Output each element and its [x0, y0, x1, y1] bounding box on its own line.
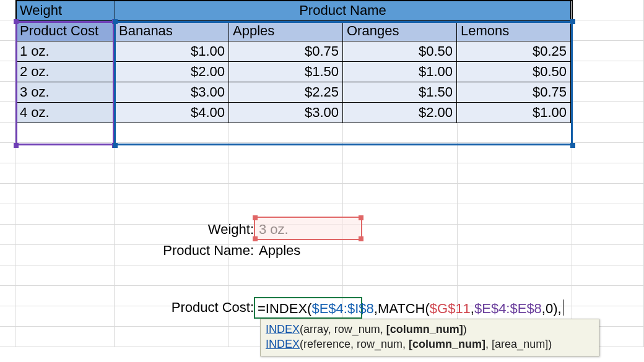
- tooltip-current-arg: [column_num]: [386, 323, 463, 335]
- tooltip-text: , [area_num]): [485, 338, 552, 350]
- cell[interactable]: $3.00: [229, 103, 343, 123]
- row-label[interactable]: 4 oz.: [16, 103, 115, 123]
- col-header[interactable]: Oranges: [343, 21, 457, 41]
- product-cost-header[interactable]: Product Cost: [16, 21, 115, 41]
- table-row: 4 oz. $4.00 $3.00 $2.00 $1.00: [16, 103, 571, 123]
- table-row: 3 oz. $3.00 $2.25 $1.50 $0.75: [16, 82, 571, 103]
- spreadsheet-sheet[interactable]: // lightweight grid painter (kept inline…: [0, 0, 644, 362]
- function-tooltip: INDEX(array, row_num, [column_num]) INDE…: [260, 319, 599, 356]
- formula-text: $E$4:$I$8: [311, 301, 373, 316]
- formula-text: =: [258, 301, 266, 316]
- row-label[interactable]: 3 oz.: [16, 82, 115, 103]
- formula-text: 0: [546, 301, 553, 316]
- cell[interactable]: $2.00: [343, 103, 457, 123]
- cell[interactable]: $0.75: [457, 82, 571, 103]
- product-name-header[interactable]: Product Name: [115, 1, 571, 21]
- tooltip-text: ): [463, 323, 467, 335]
- weight-lookup-value[interactable]: 3 oz.: [256, 222, 289, 238]
- row-label[interactable]: 2 oz.: [16, 62, 115, 82]
- cell[interactable]: $0.50: [343, 41, 457, 62]
- cell[interactable]: $1.50: [343, 82, 457, 103]
- formula-text: MATCH: [378, 301, 425, 316]
- table-subheader-row: Product Cost Bananas Apples Oranges Lemo…: [16, 21, 571, 41]
- table-row: 1 oz. $1.00 $0.75 $0.50 $0.25: [16, 41, 571, 62]
- weight-lookup-row: Weight: 3 oz.: [115, 219, 289, 239]
- cell[interactable]: $1.00: [343, 62, 457, 82]
- cost-lookup-row: Product Cost:: [115, 297, 256, 317]
- active-cell-formula[interactable]: =INDEX($E$4:$I$8,MATCH($G$11,$E$4:$E$8,0…: [254, 297, 362, 319]
- cell[interactable]: $2.25: [229, 82, 343, 103]
- product-lookup-value[interactable]: Apples: [256, 243, 300, 259]
- text-caret: [563, 300, 564, 316]
- formula-text: ): [553, 301, 557, 316]
- table-row: 2 oz. $2.00 $1.50 $1.00 $0.50: [16, 62, 571, 82]
- cell[interactable]: $1.00: [115, 41, 229, 62]
- col-header[interactable]: Lemons: [457, 21, 571, 41]
- col-header[interactable]: Apples: [229, 21, 343, 41]
- col-header[interactable]: Bananas: [115, 21, 229, 41]
- row-label[interactable]: 1 oz.: [16, 41, 115, 62]
- tooltip-line: INDEX(array, row_num, [column_num]): [266, 322, 594, 337]
- tooltip-current-arg: [column_num]: [409, 338, 485, 350]
- cell[interactable]: $0.50: [457, 62, 571, 82]
- formula-text: $G$11: [430, 301, 471, 316]
- cell[interactable]: $0.75: [229, 41, 343, 62]
- formula-text: ,: [558, 301, 562, 316]
- product-lookup-label[interactable]: Product Name:: [115, 243, 256, 259]
- cell[interactable]: $2.00: [115, 62, 229, 82]
- cell[interactable]: $3.00: [115, 82, 229, 103]
- weight-lookup-label[interactable]: Weight:: [115, 222, 256, 238]
- formula-text: $E$4:$E$8: [474, 301, 542, 316]
- tooltip-text: (array, row_num,: [300, 323, 386, 335]
- cost-lookup-label[interactable]: Product Cost:: [115, 300, 256, 316]
- cell[interactable]: $1.50: [229, 62, 343, 82]
- formula-text: (: [425, 301, 429, 316]
- tooltip-line: INDEX(reference, row_num, [column_num], …: [266, 337, 594, 351]
- cell[interactable]: $1.00: [457, 103, 571, 123]
- tooltip-index-link[interactable]: INDEX: [266, 323, 300, 335]
- weight-header[interactable]: Weight: [16, 1, 115, 21]
- formula-text: INDEX: [266, 301, 307, 316]
- cell[interactable]: $4.00: [115, 103, 229, 123]
- product-lookup-row: Product Name: Apples: [115, 240, 300, 261]
- table-header-row: Weight Product Name: [16, 1, 571, 21]
- product-cost-table[interactable]: Weight Product Name Product Cost Bananas…: [15, 0, 571, 123]
- cell[interactable]: $0.25: [457, 41, 571, 62]
- tooltip-text: (reference, row_num,: [300, 338, 409, 350]
- tooltip-index-link[interactable]: INDEX: [266, 338, 300, 350]
